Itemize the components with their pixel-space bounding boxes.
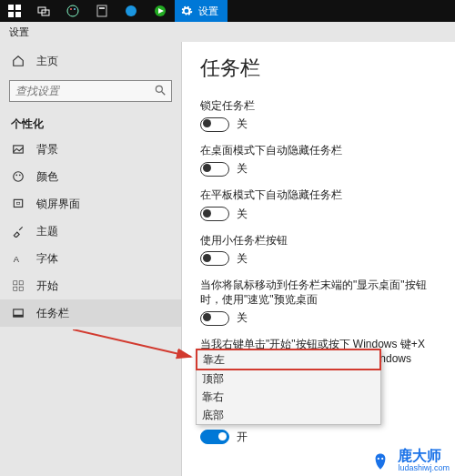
setting-label: 在桌面模式下自动隐藏任务栏 bbox=[200, 143, 437, 157]
setting-lock-taskbar: 锁定任务栏 关 bbox=[200, 98, 437, 132]
svg-rect-10 bbox=[99, 7, 105, 9]
svg-point-30 bbox=[378, 458, 379, 460]
sidebar-item-colors[interactable]: 颜色 bbox=[0, 163, 181, 190]
svg-rect-28 bbox=[14, 315, 24, 317]
sidebar-item-label: 字体 bbox=[36, 251, 58, 267]
svg-rect-9 bbox=[97, 5, 106, 16]
svg-point-6 bbox=[67, 5, 78, 16]
setting-label: 在平板模式下自动隐藏任务栏 bbox=[200, 187, 437, 202]
palette-icon bbox=[66, 5, 79, 17]
setting-autohide-tablet: 在平板模式下自动隐藏任务栏 关 bbox=[200, 187, 437, 221]
toggle-state: 关 bbox=[237, 310, 248, 326]
sidebar-item-label: 颜色 bbox=[36, 169, 58, 185]
svg-rect-23 bbox=[14, 281, 17, 285]
toggle-peek-desktop[interactable] bbox=[200, 311, 229, 326]
taskbar-app-settings-active[interactable]: 设置 bbox=[175, 0, 228, 22]
taskbar-position-dropdown[interactable]: 靠左 顶部 靠右 底部 bbox=[196, 349, 381, 425]
taskbar-app-edge[interactable] bbox=[116, 0, 146, 22]
svg-point-11 bbox=[126, 5, 136, 16]
taskbar-app-label: 设置 bbox=[198, 5, 218, 18]
sidebar-item-label: 锁屏界面 bbox=[36, 197, 80, 212]
brush-icon bbox=[11, 224, 25, 238]
svg-rect-3 bbox=[15, 12, 21, 17]
svg-point-17 bbox=[14, 172, 24, 182]
dropdown-option-left[interactable]: 靠左 bbox=[196, 349, 381, 370]
edge-icon bbox=[125, 5, 137, 17]
gear-icon bbox=[180, 5, 193, 17]
toggle-state: 关 bbox=[237, 116, 248, 132]
taskbar-app-paint[interactable] bbox=[58, 0, 87, 22]
sidebar-item-lockscreen[interactable]: 锁屏界面 bbox=[0, 190, 181, 218]
setting-peek-desktop: 当你将鼠标移动到任务栏末端的"显示桌面"按钮时，使用"速览"预览桌面 关 bbox=[200, 278, 437, 326]
toggle-state: 关 bbox=[237, 251, 248, 267]
svg-point-14 bbox=[156, 86, 162, 92]
dropdown-option-bottom[interactable]: 底部 bbox=[197, 406, 380, 424]
svg-rect-2 bbox=[8, 12, 14, 17]
svg-rect-26 bbox=[19, 287, 23, 290]
svg-rect-1 bbox=[15, 5, 21, 10]
svg-rect-24 bbox=[19, 281, 23, 285]
setting-label: 使用小任务栏按钮 bbox=[200, 233, 437, 248]
start-button[interactable] bbox=[0, 0, 29, 22]
task-view-button[interactable] bbox=[29, 0, 58, 22]
dropdown-option-top[interactable]: 顶部 bbox=[197, 370, 380, 388]
svg-text:A: A bbox=[14, 255, 20, 264]
calculator-icon bbox=[96, 5, 107, 17]
play-icon bbox=[154, 5, 167, 17]
sidebar-item-themes[interactable]: 主题 bbox=[0, 218, 181, 245]
toggle-autohide-tablet[interactable] bbox=[200, 207, 229, 221]
home-icon bbox=[11, 54, 25, 68]
sidebar-item-start[interactable]: 开始 bbox=[0, 272, 181, 299]
task-view-icon bbox=[37, 5, 50, 17]
toggle-show-badges[interactable] bbox=[200, 430, 229, 444]
dropdown-option-right[interactable]: 靠右 bbox=[197, 388, 380, 406]
toggle-lock-taskbar[interactable] bbox=[200, 117, 229, 132]
toggle-state: 开 bbox=[237, 430, 248, 445]
sidebar: 主页 个性化 背景 颜色 锁屏界面 bbox=[0, 42, 182, 476]
sidebar-item-label: 开始 bbox=[36, 279, 58, 294]
deer-logo-icon bbox=[369, 448, 392, 471]
setting-label: 锁定任务栏 bbox=[200, 98, 437, 113]
svg-point-19 bbox=[19, 174, 21, 176]
sidebar-item-taskbar[interactable]: 任务栏 bbox=[0, 299, 181, 327]
toggle-state: 关 bbox=[237, 161, 248, 177]
setting-label: 当你将鼠标移动到任务栏末端的"显示桌面"按钮时，使用"速览"预览桌面 bbox=[200, 278, 437, 307]
watermark-url: ludashiwj.com bbox=[398, 463, 450, 472]
svg-point-31 bbox=[382, 458, 384, 460]
sidebar-item-label: 主题 bbox=[36, 224, 58, 239]
watermark-brand: 鹿大师 bbox=[398, 448, 441, 463]
font-icon: A bbox=[11, 251, 25, 266]
search-icon bbox=[154, 84, 167, 99]
setting-small-buttons: 使用小任务栏按钮 关 bbox=[200, 233, 437, 267]
sidebar-search[interactable] bbox=[9, 80, 172, 102]
svg-point-8 bbox=[74, 8, 76, 10]
taskbar-icon bbox=[11, 306, 25, 320]
svg-rect-21 bbox=[16, 202, 20, 204]
page-title: 任务栏 bbox=[200, 55, 437, 82]
sidebar-item-label: 主页 bbox=[36, 54, 58, 69]
svg-line-15 bbox=[162, 92, 166, 96]
window-title: 设置 bbox=[0, 22, 455, 42]
start-grid-icon bbox=[11, 279, 25, 293]
sidebar-item-label: 任务栏 bbox=[36, 306, 69, 321]
sidebar-section-title: 个性化 bbox=[0, 111, 181, 136]
windows-logo-icon bbox=[8, 5, 21, 17]
toggle-autohide-desktop[interactable] bbox=[200, 162, 229, 177]
toggle-state: 关 bbox=[237, 207, 248, 222]
taskbar: 设置 bbox=[0, 0, 455, 22]
svg-rect-25 bbox=[14, 287, 17, 290]
toggle-small-buttons[interactable] bbox=[200, 251, 229, 266]
svg-point-7 bbox=[70, 8, 72, 10]
sidebar-home[interactable]: 主页 bbox=[0, 47, 181, 75]
search-input[interactable] bbox=[9, 80, 172, 102]
svg-rect-20 bbox=[14, 199, 22, 207]
svg-point-18 bbox=[15, 174, 17, 176]
watermark: 鹿大师 ludashiwj.com bbox=[369, 447, 450, 472]
sidebar-item-background[interactable]: 背景 bbox=[0, 136, 181, 163]
sidebar-item-label: 背景 bbox=[36, 142, 58, 157]
image-icon bbox=[11, 142, 25, 157]
taskbar-app-media[interactable] bbox=[146, 0, 175, 22]
svg-rect-0 bbox=[8, 5, 14, 10]
sidebar-item-fonts[interactable]: A 字体 bbox=[0, 245, 181, 272]
taskbar-app-calculator[interactable] bbox=[87, 0, 116, 22]
